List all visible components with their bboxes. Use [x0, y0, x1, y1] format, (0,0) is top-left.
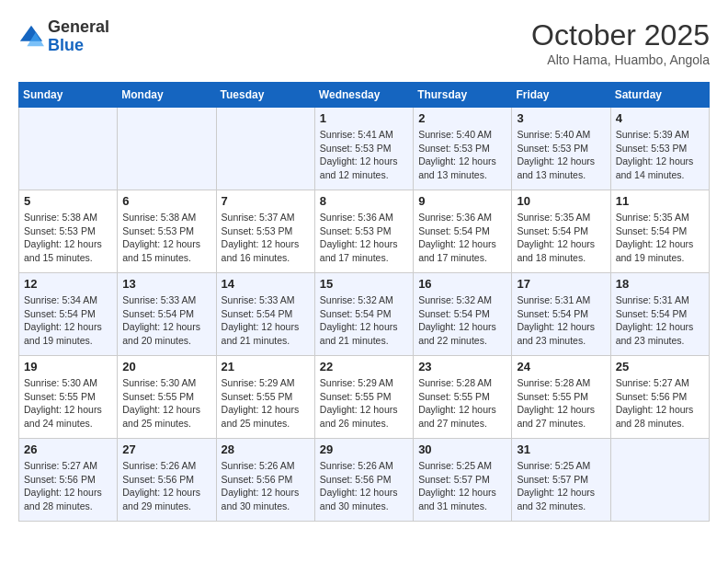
- weekday-header-monday: Monday: [118, 83, 216, 108]
- calendar-cell: 23Sunrise: 5:28 AMSunset: 5:55 PMDayligh…: [414, 356, 512, 439]
- day-number: 31: [517, 442, 605, 456]
- day-number: 19: [24, 360, 112, 373]
- day-number: 1: [320, 111, 408, 125]
- calendar-cell: 25Sunrise: 5:27 AMSunset: 5:56 PMDayligh…: [610, 356, 709, 439]
- week-row-4: 19Sunrise: 5:30 AMSunset: 5:55 PMDayligh…: [19, 356, 710, 439]
- weekday-header-thursday: Thursday: [414, 83, 512, 108]
- calendar-cell: 11Sunrise: 5:35 AMSunset: 5:54 PMDayligh…: [610, 190, 709, 273]
- calendar-cell: 8Sunrise: 5:36 AMSunset: 5:53 PMDaylight…: [314, 190, 413, 273]
- day-number: 9: [418, 194, 506, 208]
- day-number: 15: [320, 277, 408, 291]
- day-info: Sunrise: 5:31 AMSunset: 5:54 PMDaylight:…: [616, 293, 704, 348]
- day-info: Sunrise: 5:35 AMSunset: 5:54 PMDaylight:…: [517, 211, 605, 265]
- day-number: 25: [616, 360, 704, 373]
- logo-icon: [18, 24, 44, 50]
- day-number: 10: [517, 194, 605, 208]
- day-number: 12: [24, 277, 112, 291]
- calendar-cell: 21Sunrise: 5:29 AMSunset: 5:55 PMDayligh…: [216, 356, 314, 439]
- calendar-cell: 16Sunrise: 5:32 AMSunset: 5:54 PMDayligh…: [414, 273, 512, 356]
- day-number: 16: [418, 277, 506, 291]
- day-info: Sunrise: 5:33 AMSunset: 5:54 PMDaylight:…: [122, 293, 210, 348]
- day-number: 3: [517, 111, 605, 125]
- day-number: 5: [24, 194, 112, 208]
- weekday-header-tuesday: Tuesday: [216, 83, 314, 108]
- week-row-5: 26Sunrise: 5:27 AMSunset: 5:56 PMDayligh…: [19, 439, 710, 522]
- week-row-1: 1Sunrise: 5:41 AMSunset: 5:53 PMDaylight…: [19, 108, 710, 190]
- day-info: Sunrise: 5:26 AMSunset: 5:56 PMDaylight:…: [320, 459, 408, 513]
- day-number: 11: [616, 194, 704, 208]
- calendar-cell: 3Sunrise: 5:40 AMSunset: 5:53 PMDaylight…: [512, 108, 610, 190]
- day-number: 6: [122, 194, 210, 208]
- day-number: 26: [24, 442, 112, 456]
- month-title: October 2025: [531, 18, 710, 52]
- day-info: Sunrise: 5:27 AMSunset: 5:56 PMDaylight:…: [24, 459, 112, 513]
- day-info: Sunrise: 5:25 AMSunset: 5:57 PMDaylight:…: [418, 459, 506, 513]
- weekday-header-friday: Friday: [512, 83, 610, 108]
- day-info: Sunrise: 5:30 AMSunset: 5:55 PMDaylight:…: [122, 376, 210, 431]
- day-info: Sunrise: 5:33 AMSunset: 5:54 PMDaylight:…: [222, 293, 310, 348]
- weekday-header-sunday: Sunday: [19, 83, 118, 108]
- calendar-cell: 9Sunrise: 5:36 AMSunset: 5:54 PMDaylight…: [414, 190, 512, 273]
- day-info: Sunrise: 5:28 AMSunset: 5:55 PMDaylight:…: [517, 376, 605, 431]
- calendar-cell: 1Sunrise: 5:41 AMSunset: 5:53 PMDaylight…: [314, 108, 413, 190]
- day-number: 21: [222, 360, 310, 373]
- calendar-cell: [19, 108, 118, 190]
- calendar-cell: 24Sunrise: 5:28 AMSunset: 5:55 PMDayligh…: [512, 356, 610, 439]
- title-block: October 2025 Alto Hama, Huambo, Angola: [531, 18, 710, 67]
- day-info: Sunrise: 5:41 AMSunset: 5:53 PMDaylight:…: [320, 128, 408, 182]
- day-info: Sunrise: 5:32 AMSunset: 5:54 PMDaylight:…: [418, 293, 506, 348]
- calendar-cell: 30Sunrise: 5:25 AMSunset: 5:57 PMDayligh…: [414, 439, 512, 522]
- day-info: Sunrise: 5:38 AMSunset: 5:53 PMDaylight:…: [24, 211, 112, 265]
- day-info: Sunrise: 5:26 AMSunset: 5:56 PMDaylight:…: [222, 459, 310, 513]
- day-number: 27: [122, 442, 210, 456]
- day-info: Sunrise: 5:26 AMSunset: 5:56 PMDaylight:…: [122, 459, 210, 513]
- day-info: Sunrise: 5:36 AMSunset: 5:53 PMDaylight:…: [320, 211, 408, 265]
- day-info: Sunrise: 5:36 AMSunset: 5:54 PMDaylight:…: [418, 211, 506, 265]
- day-info: Sunrise: 5:39 AMSunset: 5:53 PMDaylight:…: [616, 128, 704, 182]
- calendar-cell: 4Sunrise: 5:39 AMSunset: 5:53 PMDaylight…: [610, 108, 709, 190]
- day-info: Sunrise: 5:40 AMSunset: 5:53 PMDaylight:…: [418, 128, 506, 182]
- calendar-cell: [216, 108, 314, 190]
- logo: General Blue: [18, 18, 109, 55]
- calendar-cell: 19Sunrise: 5:30 AMSunset: 5:55 PMDayligh…: [19, 356, 118, 439]
- day-info: Sunrise: 5:27 AMSunset: 5:56 PMDaylight:…: [616, 376, 704, 431]
- calendar-cell: 10Sunrise: 5:35 AMSunset: 5:54 PMDayligh…: [512, 190, 610, 273]
- day-number: 2: [418, 111, 506, 125]
- day-info: Sunrise: 5:28 AMSunset: 5:55 PMDaylight:…: [418, 376, 506, 431]
- calendar-cell: 20Sunrise: 5:30 AMSunset: 5:55 PMDayligh…: [118, 356, 216, 439]
- calendar-cell: 18Sunrise: 5:31 AMSunset: 5:54 PMDayligh…: [610, 273, 709, 356]
- weekday-header-row: SundayMondayTuesdayWednesdayThursdayFrid…: [19, 83, 710, 108]
- day-info: Sunrise: 5:30 AMSunset: 5:55 PMDaylight:…: [24, 376, 112, 431]
- location-subtitle: Alto Hama, Huambo, Angola: [531, 52, 710, 67]
- calendar-cell: 5Sunrise: 5:38 AMSunset: 5:53 PMDaylight…: [19, 190, 118, 273]
- day-info: Sunrise: 5:34 AMSunset: 5:54 PMDaylight:…: [24, 293, 112, 348]
- calendar-cell: 2Sunrise: 5:40 AMSunset: 5:53 PMDaylight…: [414, 108, 512, 190]
- day-number: 17: [517, 277, 605, 291]
- day-number: 30: [418, 442, 506, 456]
- week-row-2: 5Sunrise: 5:38 AMSunset: 5:53 PMDaylight…: [19, 190, 710, 273]
- day-info: Sunrise: 5:29 AMSunset: 5:55 PMDaylight:…: [222, 376, 310, 431]
- calendar-cell: 31Sunrise: 5:25 AMSunset: 5:57 PMDayligh…: [512, 439, 610, 522]
- calendar-cell: 29Sunrise: 5:26 AMSunset: 5:56 PMDayligh…: [314, 439, 413, 522]
- calendar-cell: 27Sunrise: 5:26 AMSunset: 5:56 PMDayligh…: [118, 439, 216, 522]
- weekday-header-saturday: Saturday: [610, 83, 709, 108]
- calendar-cell: 15Sunrise: 5:32 AMSunset: 5:54 PMDayligh…: [314, 273, 413, 356]
- logo-blue-text: Blue: [48, 36, 84, 54]
- day-number: 14: [222, 277, 310, 291]
- calendar-cell: 26Sunrise: 5:27 AMSunset: 5:56 PMDayligh…: [19, 439, 118, 522]
- day-info: Sunrise: 5:35 AMSunset: 5:54 PMDaylight:…: [616, 211, 704, 265]
- calendar-cell: 17Sunrise: 5:31 AMSunset: 5:54 PMDayligh…: [512, 273, 610, 356]
- calendar-cell: [118, 108, 216, 190]
- day-number: 29: [320, 442, 408, 456]
- calendar-cell: [610, 439, 709, 522]
- calendar-table: SundayMondayTuesdayWednesdayThursdayFrid…: [18, 82, 710, 522]
- day-info: Sunrise: 5:31 AMSunset: 5:54 PMDaylight:…: [517, 293, 605, 348]
- day-info: Sunrise: 5:40 AMSunset: 5:53 PMDaylight:…: [517, 128, 605, 182]
- day-info: Sunrise: 5:38 AMSunset: 5:53 PMDaylight:…: [122, 211, 210, 265]
- day-info: Sunrise: 5:29 AMSunset: 5:55 PMDaylight:…: [320, 376, 408, 431]
- day-number: 18: [616, 277, 704, 291]
- day-info: Sunrise: 5:25 AMSunset: 5:57 PMDaylight:…: [517, 459, 605, 513]
- calendar-cell: 13Sunrise: 5:33 AMSunset: 5:54 PMDayligh…: [118, 273, 216, 356]
- day-number: 22: [320, 360, 408, 373]
- day-number: 4: [616, 111, 704, 125]
